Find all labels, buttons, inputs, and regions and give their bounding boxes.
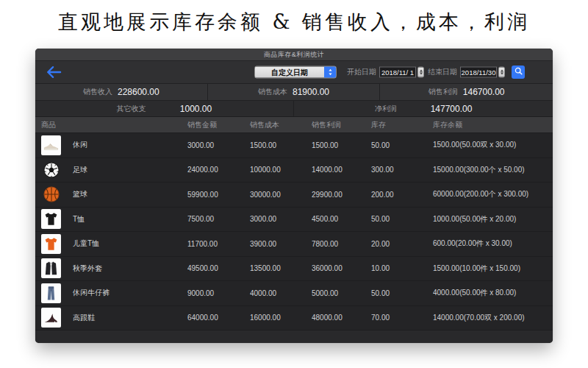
table-cell: 50.00	[371, 215, 433, 223]
summary-net-profit: 净利润 147700.00	[294, 101, 553, 116]
high-heel-icon	[41, 308, 61, 328]
window-title: 商品库存&利润统计	[264, 50, 325, 60]
table-cell: 1500.00	[312, 141, 371, 149]
table-cell: 3000.00	[187, 141, 250, 149]
product-cell: 高跟鞋	[35, 308, 187, 328]
table-cell: 1500.00	[250, 141, 312, 149]
table-cell: 20.00	[371, 240, 433, 248]
table-row[interactable]: 休闲3000.001500.001500.0050.001500.00(50.0…	[35, 133, 553, 158]
summary-value: 146700.00	[463, 87, 505, 97]
table-cell: 50.00	[371, 289, 433, 297]
summary-value: 228600.00	[118, 87, 159, 97]
table-cell: 3900.00	[250, 240, 312, 248]
table-cell: 50.00	[371, 141, 433, 149]
end-date-field[interactable]: 2018/11/30	[460, 67, 497, 78]
table-row[interactable]: 足球24000.0010000.0014000.00300.0015000.00…	[35, 158, 553, 183]
summary-sales-cost: 销售成本 81900.00	[208, 84, 381, 100]
product-cell: T恤	[35, 209, 187, 229]
table-cell: 49500.00	[187, 264, 250, 272]
summary-label: 销售成本	[258, 87, 287, 97]
table-row[interactable]: T恤7500.003000.004500.0050.001000.00(50.0…	[35, 208, 553, 233]
table-cell: 30000.00	[250, 191, 312, 199]
table-cell: 1000.00(50.00件 x 20.00)	[433, 214, 553, 224]
table-cell: 16000.00	[250, 314, 312, 322]
table-row[interactable]: 秋季外套49500.0013500.0036000.0010.001500.00…	[35, 257, 553, 282]
summary-label: 销售利润	[429, 87, 458, 97]
table-cell: 5000.00	[312, 289, 371, 297]
table-cell: 24000.00	[187, 166, 250, 174]
start-date-stepper[interactable]	[417, 67, 424, 78]
header-product: 商品	[35, 120, 187, 130]
coat-icon	[41, 258, 61, 278]
table-cell: 300.00	[371, 166, 433, 174]
soccer-ball-icon	[41, 160, 61, 180]
summary-value: 1000.00	[180, 104, 212, 114]
table-row[interactable]: 篮球59900.0030000.0029900.00200.0060000.00…	[35, 183, 553, 208]
page: 直观地展示库存余额 & 销售收入，成本，利润 商品库存&利润统计 自定义日期 开…	[0, 0, 588, 368]
table-cell: 1500.00(50.00双 x 30.00)	[433, 140, 553, 150]
table-row[interactable]: 休闲牛仔裤9000.004000.005000.0050.004000.00(5…	[35, 281, 553, 306]
product-cell: 休闲	[35, 135, 187, 155]
product-name: 休闲	[73, 140, 87, 150]
summary-row-2: 其它收支 1000.00 净利润 147700.00	[35, 100, 553, 116]
summary-value: 147700.00	[431, 104, 473, 114]
end-date-stepper[interactable]	[498, 67, 505, 78]
table-cell: 1500.00(10.00件 x 150.00)	[433, 263, 553, 274]
toolbar: 自定义日期 开始日期 2018/11/ 1 结束日期 2018/11/30	[35, 61, 553, 83]
summary-label: 销售收入	[83, 87, 112, 97]
product-cell: 足球	[35, 160, 187, 180]
summary-sales-profit: 销售利润 146700.00	[380, 84, 553, 100]
product-name: 足球	[73, 165, 87, 175]
search-button[interactable]	[512, 66, 525, 79]
header-stock: 库存	[371, 120, 433, 130]
table-cell: 70.00	[371, 314, 433, 322]
jeans-icon	[41, 283, 61, 303]
table-cell: 7800.00	[312, 240, 371, 248]
table-cell: 200.00	[371, 191, 433, 199]
table-cell: 14000.00(70.00双 x 200.00)	[433, 313, 553, 323]
table-cell: 4000.00	[250, 289, 312, 297]
header-stock-amount: 库存余额	[433, 120, 553, 130]
start-date-field[interactable]: 2018/11/ 1	[379, 67, 416, 78]
table-cell: 15000.00(300.00个 x 50.00)	[433, 165, 553, 175]
table-cell: 7500.00	[187, 215, 250, 223]
summary-row-1: 销售收入 228600.00 销售成本 81900.00 销售利润 146700…	[35, 83, 553, 100]
table-cell: 64000.00	[187, 314, 250, 322]
table-header: 商品 销售金额 销售成本 销售利润 库存 库存余额	[35, 116, 553, 132]
table-cell: 48000.00	[312, 314, 371, 322]
table-cell: 13500.00	[250, 264, 312, 272]
header-sales-profit: 销售利润	[312, 120, 371, 130]
table-cell: 14000.00	[312, 166, 371, 174]
headline: 直观地展示库存余额 & 销售收入，成本，利润	[0, 9, 588, 35]
summary-other-income: 其它收支 1000.00	[35, 101, 294, 116]
table-row[interactable]: 儿童T恤11700.003900.007800.0020.00600.00(20…	[35, 232, 553, 257]
app-window: 商品库存&利润统计 自定义日期 开始日期 2018/11/ 1 结束日期 201…	[35, 49, 553, 343]
table-cell: 29900.00	[312, 191, 371, 199]
product-cell: 儿童T恤	[35, 234, 187, 254]
product-cell: 秋季外套	[35, 258, 187, 278]
tshirt-icon	[41, 209, 61, 229]
table-cell: 3000.00	[250, 215, 312, 223]
end-date-label: 结束日期	[428, 67, 457, 77]
summary-label: 净利润	[375, 104, 397, 114]
table-cell: 4500.00	[312, 215, 371, 223]
table-cell: 4000.00(50.00件 x 80.00)	[433, 288, 553, 298]
search-icon	[514, 66, 523, 78]
chevron-up-down-icon	[324, 67, 336, 78]
date-range-select[interactable]: 自定义日期	[254, 66, 337, 79]
table-cell: 59900.00	[187, 191, 250, 199]
back-button[interactable]	[44, 65, 63, 79]
basketball-icon	[41, 185, 61, 205]
table-cell: 11700.00	[187, 240, 250, 248]
sneaker-icon	[41, 135, 61, 155]
product-name: 儿童T恤	[73, 238, 99, 249]
table-cell: 10000.00	[250, 166, 312, 174]
header-sales-amount: 销售金额	[187, 120, 250, 130]
table-cell: 10.00	[371, 264, 433, 272]
table-row[interactable]: 高跟鞋64000.0016000.0048000.0070.0014000.00…	[35, 306, 553, 331]
table-cell: 600.00(20.00件 x 30.00)	[433, 238, 553, 249]
kids-tshirt-icon	[41, 234, 61, 254]
product-name: T恤	[73, 214, 85, 224]
product-name: 高跟鞋	[73, 313, 95, 323]
table-cell: 9000.00	[187, 289, 250, 297]
